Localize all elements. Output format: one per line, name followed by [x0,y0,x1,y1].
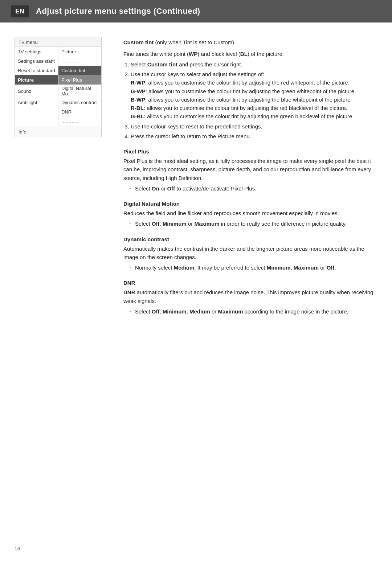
menu-item-dynamic-contrast: Dynamic contrast [58,98,101,107]
menu-item-sound: Sound [15,85,58,98]
menu-item-settings-assistant: Settings assistant [15,56,58,66]
page-number: 16 [15,546,20,551]
section-custom-tint: Custom tint (only when Tint is set to Cu… [123,38,377,140]
menu-item-dots-1: ............ [58,56,101,66]
page-title: Adjust picture menu settings (Continued) [36,7,200,16]
pixel-plus-bullet-1: Select On or Off to activate/de-activate… [129,184,377,193]
menu-item-ambilight: Ambilight [15,98,58,107]
menu-item-empty-2 [15,116,58,126]
custom-tint-steps: Select Custom tint and press the cursor … [131,60,377,140]
menu-row-tv-settings: TV settings Picture [15,47,101,56]
menu-row-sound: Sound Digital Natural Mo.. [15,85,101,98]
menu-item-empty-1 [15,107,58,116]
digital-natural-motion-bullets: Select Off, Minimum or Maximum in order … [129,220,377,228]
dynamic-contrast-bullets: Normally select Medium. It may be prefer… [129,263,377,272]
menu-info: Info [15,126,101,137]
section-dynamic-contrast: Dynamic contrast Automatically makes the… [123,236,377,272]
menu-row-reset-to-standard: Reset to standard Custom tint [15,66,101,75]
section-pixel-plus: Pixel Plus Pixel Plus is the most ideal … [123,148,377,193]
header-bar: EN Adjust picture menu settings (Continu… [0,0,392,22]
left-panel: TV menu TV settings Picture Settings ass… [15,37,109,324]
custom-tint-header: Custom tint (only when Tint is set to Cu… [123,38,377,47]
menu-row-dots-2: ............ [15,116,101,126]
menu-row-dnr: DNR [15,107,101,116]
pixel-plus-bullets: Select On or Off to activate/de-activate… [129,184,377,193]
menu-row-settings-assistant: Settings assistant ............ [15,56,101,66]
tv-menu-title: TV menu [15,37,101,47]
menu-item-custom-tint: Custom tint [58,66,101,75]
menu-item-dots-2: ............ [58,116,101,126]
menu-item-picture: Picture [58,47,101,56]
main-content: TV menu TV settings Picture Settings ass… [0,22,392,338]
pixel-plus-body: Pixel Plus is the most ideal setting, as… [123,157,377,182]
menu-item-pixel-plus: Pixel Plus [58,75,101,85]
digital-natural-motion-title: Digital Natural Motion [123,201,377,207]
menu-row-ambilight: Ambilight Dynamic contrast [15,98,101,107]
menu-item-reset-to-standard: Reset to standard [15,66,58,75]
step-1: Select Custom tint and press the cursor … [131,60,377,69]
language-badge: EN [11,5,29,17]
menu-item-dnr: DNR [58,107,101,116]
custom-tint-title: Custom tint [123,39,154,45]
digital-natural-motion-body: Reduces the field and line flicker and r… [123,209,377,217]
dnr-body: DNR automatically filters out and reduce… [123,288,377,305]
menu-item-tv-settings: TV settings [15,47,58,56]
section-dnr: DNR DNR automatically filters out and re… [123,280,377,316]
custom-tint-intro: Fine tunes the white point (WP) and blac… [123,50,377,58]
pixel-plus-title: Pixel Plus [123,148,377,155]
section-digital-natural-motion: Digital Natural Motion Reduces the field… [123,201,377,228]
dnr-bullet-1: Select Off, Minimum, Medium or Maximum a… [129,307,377,316]
dnm-bullet-1: Select Off, Minimum or Maximum in order … [129,220,377,228]
dc-bullet-1: Normally select Medium. It may be prefer… [129,263,377,272]
dnr-bullets: Select Off, Minimum, Medium or Maximum a… [129,307,377,316]
step-2: Use the cursor keys to select and adjust… [131,70,377,121]
tv-menu-box: TV menu TV settings Picture Settings ass… [15,37,102,137]
step-3: Use the colour keys to reset to the pred… [131,122,377,131]
menu-item-picture-left: Picture [15,75,58,85]
dynamic-contrast-body: Automatically makes the contrast in the … [123,245,377,262]
dnr-title: DNR [123,280,377,286]
dynamic-contrast-title: Dynamic contrast [123,236,377,242]
menu-item-digital-natural-motion: Digital Natural Mo.. [58,85,101,98]
menu-row-picture: Picture Pixel Plus [15,75,101,85]
step-4: Press the cursor left to return to the P… [131,132,377,140]
right-panel: Custom tint (only when Tint is set to Cu… [123,37,377,324]
